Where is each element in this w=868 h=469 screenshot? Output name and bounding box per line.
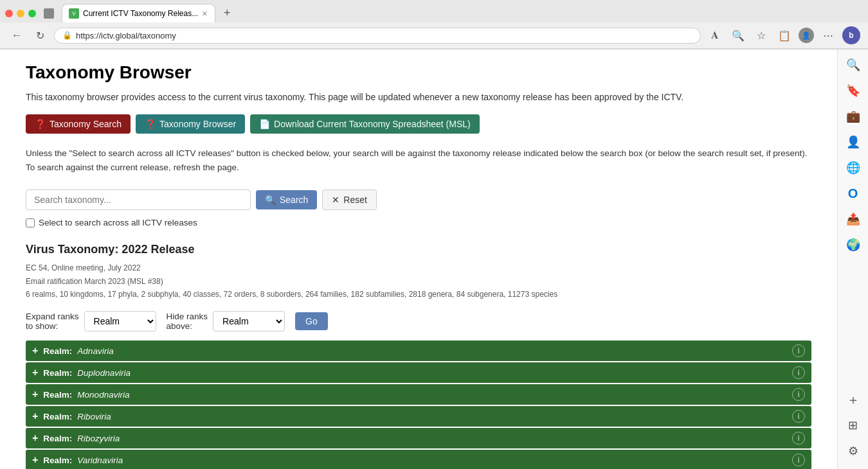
profile-avatar[interactable]: 👤 [799, 28, 814, 43]
item-rank: Realm: [43, 390, 72, 400]
sidebar-briefcase-icon[interactable]: 💼 [843, 106, 863, 127]
action-buttons: ❓ Taxonomy Search ❓ Taxonomy Browser 📄 D… [26, 114, 811, 134]
fullscreen-traffic-light[interactable] [28, 10, 36, 17]
tab-title: Current ICTV Taxonomy Releas... [83, 9, 198, 18]
question-icon-search: ❓ [35, 119, 46, 129]
info-icon[interactable]: i [792, 366, 805, 379]
address-bar: ← ↻ 🔒 https://ictv.global/taxonomy 𝐀 🔍 ☆… [0, 22, 868, 49]
info-icon[interactable]: i [792, 344, 805, 357]
search-all-releases-checkbox[interactable] [26, 218, 35, 227]
hide-rank-group: Hide ranksabove: Realm Kingdom Phylum Cl… [167, 311, 285, 332]
hide-rank-select[interactable]: Realm Kingdom Phylum Class Order Family [213, 311, 285, 332]
tab-favicon: V [69, 8, 79, 19]
sidebar-earth-icon[interactable]: 🌍 [843, 234, 863, 255]
taxonomy-item-left: +Realm: Riboviria [32, 411, 111, 422]
url-text: https://ictv.global/taxonomy [76, 31, 692, 40]
sidebar-search-icon[interactable]: 🔍 [843, 55, 863, 75]
taxonomy-item-left: +Realm: Adnaviria [32, 345, 114, 357]
search-input[interactable] [26, 190, 251, 210]
sidebar-split-icon[interactable]: ⊞ [843, 415, 863, 436]
sidebar-bookmark-icon[interactable]: 🔖 [843, 80, 863, 101]
meta-line1: EC 54, Online meeting, July 2022 [26, 261, 811, 274]
taxonomy-item-left: +Realm: Duplodnaviria [32, 367, 131, 378]
expand-icon: + [32, 345, 38, 357]
settings-menu-icon[interactable]: ⋯ [819, 26, 837, 44]
info-icon[interactable]: i [792, 432, 805, 445]
expand-rank-label: Expand ranksto show: [26, 312, 79, 331]
info-icon[interactable]: i [792, 454, 805, 466]
expand-icon: + [32, 389, 38, 400]
search-button-label: Search [280, 195, 308, 205]
x-icon: ✕ [332, 195, 339, 205]
expand-icon: + [32, 367, 38, 378]
taxonomy-item[interactable]: +Realm: Varidnaviriai [26, 450, 811, 469]
sidebar-globe-icon[interactable]: 🌐 [843, 157, 863, 178]
item-rank: Realm: [43, 368, 72, 378]
taxonomy-search-button[interactable]: ❓ Taxonomy Search [26, 114, 131, 134]
item-rank: Realm: [43, 456, 72, 465]
taxonomy-item[interactable]: +Realm: Riboviriai [26, 406, 811, 427]
item-rank: Realm: [43, 412, 72, 421]
close-traffic-light[interactable] [5, 10, 13, 17]
item-name: Riboviria [77, 412, 111, 421]
favorites-icon[interactable]: ☆ [752, 26, 770, 44]
taxonomy-item[interactable]: +Realm: Ribozyviriai [26, 428, 811, 448]
sidebar-settings-icon[interactable]: ⚙ [843, 441, 863, 461]
tab-bar: V Current ICTV Taxonomy Releas... × + [0, 0, 868, 22]
page-content: Taxonomy Browser This taxonomy browser p… [0, 49, 837, 469]
reset-button[interactable]: ✕ Reset [322, 190, 377, 210]
go-button[interactable]: Go [295, 312, 328, 330]
traffic-lights [5, 10, 36, 17]
back-button[interactable]: ← [8, 26, 26, 44]
info-icon[interactable]: i [792, 388, 805, 401]
page-title: Taxonomy Browser [26, 62, 811, 83]
taxonomy-section-title: Virus Taxonomy: 2022 Release [26, 243, 811, 256]
item-name: Monodnaviria [77, 390, 129, 400]
sidebar-send-icon[interactable]: 📤 [843, 209, 863, 229]
minimize-traffic-light[interactable] [17, 10, 24, 17]
reload-button[interactable]: ↻ [31, 26, 49, 44]
search-button[interactable]: 🔍 Search [256, 190, 317, 209]
new-tab-button[interactable]: + [218, 4, 236, 22]
item-name: Duplodnaviria [77, 368, 131, 378]
search-icon: 🔍 [265, 195, 276, 205]
taxonomy-item[interactable]: +Realm: Monodnaviriai [26, 384, 811, 405]
expand-icon: + [32, 411, 38, 422]
download-spreadsheet-button[interactable]: 📄 Download Current Taxonomy Spreadsheet … [250, 114, 480, 134]
taxonomy-item-left: +Realm: Varidnaviria [32, 454, 123, 466]
item-rank: Realm: [43, 346, 72, 356]
url-bar[interactable]: 🔒 https://ictv.global/taxonomy [54, 28, 701, 44]
zoom-icon[interactable]: 🔍 [729, 26, 747, 44]
sidebar-person-icon[interactable]: 👤 [843, 132, 863, 152]
expand-rank-group: Expand ranksto show: Realm Kingdom Phylu… [26, 311, 156, 332]
active-tab[interactable]: V Current ICTV Taxonomy Releas... × [62, 4, 215, 22]
expand-rank-select[interactable]: Realm Kingdom Phylum Class Order Family [84, 311, 156, 332]
bing-icon[interactable]: b [842, 26, 860, 44]
question-icon-browser: ❓ [145, 119, 156, 129]
taxonomy-item-left: +Realm: Ribozyviria [32, 432, 120, 444]
notice-text: Unless the "Select to search across all … [26, 146, 811, 174]
taxonomy-item-left: +Realm: Monodnaviria [32, 389, 129, 400]
download-icon: 📄 [259, 119, 270, 129]
taxonomy-item[interactable]: +Realm: Duplodnaviriai [26, 362, 811, 383]
tab-close-button[interactable]: × [202, 8, 207, 19]
collections-icon[interactable]: 📋 [775, 26, 793, 44]
window-icon [44, 8, 54, 19]
expand-icon: + [32, 454, 38, 466]
taxonomy-browser-button[interactable]: ❓ Taxonomy Browser [136, 114, 245, 134]
read-aloud-icon[interactable]: 𝐀 [706, 26, 724, 44]
info-icon[interactable]: i [792, 410, 805, 423]
sidebar-add-icon[interactable]: ＋ [843, 389, 863, 410]
lock-icon: 🔒 [62, 31, 72, 40]
rank-controls: Expand ranksto show: Realm Kingdom Phylu… [26, 311, 811, 332]
right-sidebar: 🔍 🔖 💼 👤 🌐 O 📤 🌍 ＋ ⊞ ⚙ [837, 49, 868, 469]
taxonomy-item[interactable]: +Realm: Adnaviriai [26, 341, 811, 361]
taxonomy-meta: EC 54, Online meeting, July 2022 Email r… [26, 261, 811, 301]
taxonomy-browser-label: Taxonomy Browser [159, 119, 236, 129]
browser-chrome: V Current ICTV Taxonomy Releas... × + ← … [0, 0, 868, 49]
main-layout: Taxonomy Browser This taxonomy browser p… [0, 49, 868, 469]
taxonomy-search-label: Taxonomy Search [50, 119, 122, 129]
sidebar-outlook-icon[interactable]: O [843, 183, 863, 204]
item-name: Ribozyviria [77, 434, 120, 443]
taxonomy-list: +Realm: Adnaviriai+Realm: Duplodnaviriai… [26, 341, 811, 469]
